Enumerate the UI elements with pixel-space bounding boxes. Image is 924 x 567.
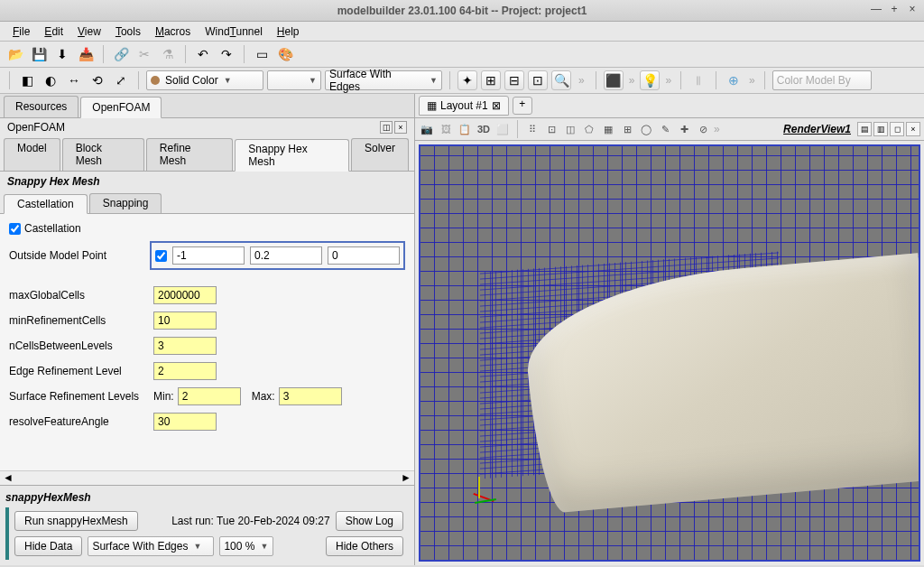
menubar: File Edit View Tools Macros WindTunnel H…	[0, 22, 924, 42]
link-icon: 🔗	[111, 44, 131, 64]
close-layout-icon[interactable]: ⊠	[492, 99, 501, 112]
menu-macros[interactable]: Macros	[148, 23, 198, 40]
display-mode-label: Solid Color	[165, 74, 218, 87]
run-snappy-button[interactable]: Run snappyHexMesh	[14, 511, 138, 531]
select-points-icon[interactable]: ⠿	[524, 121, 541, 137]
tab-openfoam[interactable]: OpenFOAM	[80, 97, 162, 118]
selection-icon[interactable]: ▭	[252, 44, 272, 64]
surf-min-input[interactable]	[178, 387, 241, 405]
y-axis-icon	[478, 477, 480, 498]
select-interactive-icon[interactable]: ✎	[657, 121, 673, 137]
render-view-title: RenderView1	[780, 123, 855, 135]
innertab-castellation[interactable]: Castellation	[4, 194, 88, 214]
maxglobalcells-label: maxGlobalCells	[9, 289, 153, 302]
surf-min-label: Min:	[153, 390, 174, 403]
innertab-snapping[interactable]: Snapping	[89, 193, 162, 213]
select-through-icon[interactable]: ⊞	[619, 121, 635, 137]
reload-icon[interactable]: ⬇	[52, 44, 72, 64]
select-block-icon[interactable]: ▦	[600, 121, 616, 137]
colormap-combo[interactable]: ▼	[267, 70, 321, 90]
select-lasso-icon[interactable]: ◯	[638, 121, 654, 137]
select-tool-icon[interactable]: ✚	[676, 121, 692, 137]
subtab-blockmesh[interactable]: Block Mesh	[62, 138, 144, 171]
zoom-icon[interactable]: 🔍	[551, 70, 571, 90]
outside-y-input[interactable]	[250, 246, 322, 265]
subtab-snappyhexmesh[interactable]: Snappy Hex Mesh	[235, 139, 349, 172]
close-panel-icon[interactable]: ×	[394, 121, 407, 134]
cube-icon[interactable]: ◧	[17, 70, 37, 90]
arrows-icon[interactable]: ↔	[64, 70, 84, 90]
outside-x-input[interactable]	[172, 246, 245, 265]
run-panel-title: snappyHexMesh	[5, 491, 409, 507]
show-log-button[interactable]: Show Log	[336, 511, 403, 531]
openfoam-subtabs: Model Block Mesh Refine Mesh Snappy Hex …	[0, 136, 414, 172]
unlink-icon: ✂	[134, 44, 154, 64]
menu-file[interactable]: File	[5, 23, 37, 40]
redo-icon[interactable]: ↷	[217, 44, 236, 64]
rotate-icon[interactable]: ⟲	[88, 70, 107, 90]
import-icon[interactable]: 📥	[76, 44, 96, 64]
camera-icon[interactable]: 📷	[419, 121, 435, 137]
select-poly-icon[interactable]: ⬠	[581, 121, 597, 137]
axes-x-icon[interactable]: ⊞	[481, 70, 501, 90]
edgerefinement-input[interactable]	[153, 362, 217, 380]
hscroll[interactable]: ◄►	[0, 470, 414, 485]
hide-data-button[interactable]: Hide Data	[14, 536, 82, 556]
save-icon[interactable]: 💾	[29, 44, 49, 64]
axes-y-icon[interactable]: ⊟	[504, 70, 524, 90]
close-view-icon[interactable]: ×	[906, 122, 920, 136]
ortho-icon[interactable]: ⬜	[494, 121, 511, 137]
sphere-icon[interactable]: ◐	[41, 70, 60, 90]
surf-max-input[interactable]	[279, 387, 342, 405]
select-clear-icon[interactable]: ⊘	[695, 121, 711, 137]
hide-others-button[interactable]: Hide Others	[326, 536, 403, 556]
menu-tools[interactable]: Tools	[108, 23, 148, 40]
minrefinementcells-input[interactable]	[153, 311, 217, 330]
highlight-icon[interactable]: ⬛	[604, 70, 624, 90]
subtab-refinemesh[interactable]: Refine Mesh	[146, 138, 233, 171]
render-viewport[interactable]	[419, 144, 920, 562]
scale-icon[interactable]: ⤢	[111, 70, 131, 90]
filter-icon: ⚗	[158, 44, 178, 64]
panel-title: OpenFOAM	[7, 121, 65, 134]
select-surface-icon[interactable]: ◫	[562, 121, 578, 137]
display-mode-combo[interactable]: Solid Color ▼	[146, 70, 263, 90]
split-v-icon[interactable]: ▥	[873, 122, 888, 136]
menu-windtunnel[interactable]: WindTunnel	[198, 23, 270, 40]
outside-point-enable[interactable]	[155, 250, 167, 262]
color-by-placeholder: Color Model By	[777, 74, 851, 87]
3d-toggle[interactable]: 3D	[476, 121, 492, 137]
percent-combo[interactable]: 100 %▼	[219, 536, 273, 556]
color-by-combo[interactable]: Color Model By	[772, 70, 872, 90]
axes-z-icon[interactable]: ⊡	[528, 70, 548, 90]
menu-view[interactable]: View	[70, 23, 108, 40]
minimize-icon[interactable]: —	[870, 3, 882, 15]
add-layout-button[interactable]: +	[513, 97, 532, 115]
layout-tab-1[interactable]: ▦ Layout #1 ⊠	[419, 96, 509, 116]
tab-resources[interactable]: Resources	[4, 96, 79, 117]
maxglobalcells-input[interactable]	[153, 286, 217, 304]
palette-icon[interactable]: 🎨	[275, 44, 295, 64]
lightbulb-icon[interactable]: 💡	[640, 70, 660, 90]
surface-mode-combo[interactable]: Surface With Edges ▼	[325, 70, 442, 90]
split-h-icon[interactable]: ▤	[857, 122, 872, 136]
resolvefeatureangle-input[interactable]	[153, 413, 217, 431]
ncellsbetweenlevels-input[interactable]	[153, 337, 217, 355]
select-cells-icon[interactable]: ⊡	[543, 121, 559, 137]
subtab-solver[interactable]: Solver	[351, 138, 409, 171]
subtab-model[interactable]: Model	[4, 138, 60, 171]
close-icon[interactable]: ×	[906, 3, 919, 15]
outside-z-input[interactable]	[328, 246, 400, 265]
open-icon[interactable]: 📂	[5, 44, 25, 64]
detach-icon[interactable]: ◫	[380, 121, 393, 134]
undo-icon[interactable]: ↶	[193, 44, 213, 64]
maximize-view-icon[interactable]: ◻	[890, 122, 904, 136]
castellation-checkbox[interactable]	[9, 223, 21, 235]
fit-icon[interactable]: ✦	[457, 70, 477, 90]
maximize-icon[interactable]: +	[888, 3, 901, 15]
globe-icon[interactable]: ⊕	[724, 70, 744, 90]
menu-help[interactable]: Help	[270, 23, 307, 40]
render-mode-combo[interactable]: Surface With Edges▼	[88, 536, 214, 556]
axis-gizmo[interactable]	[466, 479, 502, 515]
menu-edit[interactable]: Edit	[37, 23, 70, 40]
